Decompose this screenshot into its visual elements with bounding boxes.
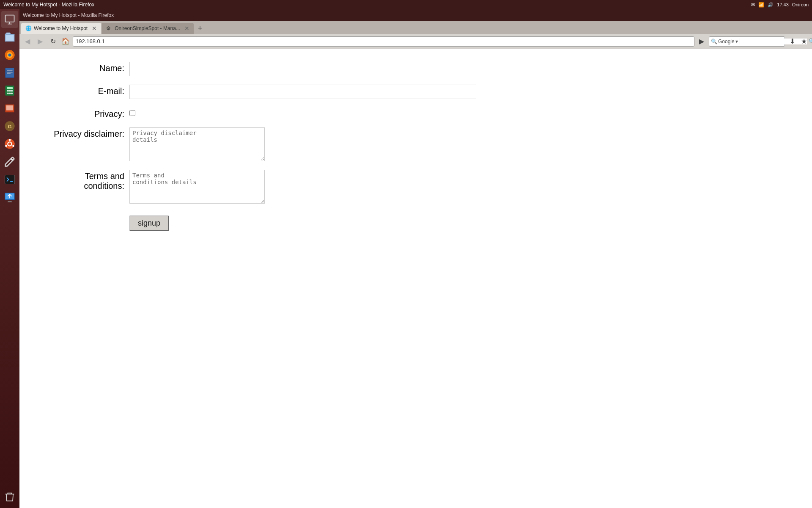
svg-rect-4 — [5, 68, 14, 77]
privacy-label: Privacy: — [36, 108, 129, 119]
name-row: Name: — [36, 62, 544, 76]
sidebar-item-firefox[interactable] — [1, 47, 18, 64]
user-label: Onireon — [792, 2, 809, 7]
privacy-disclaimer-textarea[interactable]: Privacy disclaimer details — [129, 127, 265, 161]
privacy-checkbox[interactable] — [129, 110, 135, 116]
privacy-disclaimer-label: Privacy disclaimer: — [36, 127, 129, 139]
svg-rect-12 — [11, 90, 13, 92]
svg-rect-7 — [7, 73, 11, 74]
tab-label-admin: OnireonSimpleSpot - Mana... — [115, 25, 180, 31]
tab-welcome[interactable]: 🌐 Welcome to My Hotspot ✕ — [21, 23, 101, 34]
sidebar: G — [0, 9, 19, 508]
svg-rect-11 — [9, 90, 11, 92]
svg-point-23 — [5, 145, 7, 147]
sidebar-item-ubuntu[interactable] — [1, 135, 18, 152]
search-engine-logo: 🔍 — [711, 39, 717, 44]
svg-rect-9 — [7, 87, 13, 89]
sidebar-item-calc[interactable] — [1, 82, 18, 99]
os-title: Welcome to My Hotspot - Mozilla Firefox — [3, 2, 94, 8]
email-input[interactable] — [129, 85, 476, 99]
browser-title: Welcome to My Hotspot - Mozilla Firefox — [23, 12, 114, 18]
browser-window: Welcome to My Hotspot - Mozilla Firefox … — [19, 9, 812, 508]
sidebar-item-impress[interactable] — [1, 100, 18, 117]
os-titlebar: Welcome to My Hotspot - Mozilla Firefox … — [0, 0, 812, 9]
address-bar[interactable] — [73, 36, 694, 47]
bookmarks-button[interactable]: ★ — [798, 36, 809, 47]
email-row: E-mail: — [36, 85, 544, 99]
svg-rect-17 — [6, 105, 13, 110]
tab-bar: 🌐 Welcome to My Hotspot ✕ ⚙ OnireonSimpl… — [19, 21, 812, 34]
terms-label: Terms andconditions: — [36, 170, 129, 191]
search-bar: 🔍 Google ▾ 🔍 — [709, 36, 785, 47]
home-button[interactable]: 🏠 — [60, 36, 71, 47]
signup-row: signup — [36, 212, 544, 231]
tab-favicon-admin: ⚙ — [106, 25, 112, 31]
svg-rect-5 — [7, 70, 13, 71]
back-button[interactable]: ◀ — [22, 36, 33, 47]
volume-icon: 🔊 — [768, 2, 774, 8]
svg-rect-15 — [11, 93, 13, 94]
email-label: E-mail: — [36, 85, 129, 96]
svg-rect-14 — [9, 93, 11, 94]
svg-rect-13 — [7, 93, 9, 94]
svg-point-24 — [12, 145, 14, 147]
clock: 17:43 — [777, 2, 789, 7]
browser-titlebar: Welcome to My Hotspot - Mozilla Firefox — [19, 9, 812, 21]
svg-text:G: G — [8, 124, 11, 129]
sidebar-item-trash[interactable] — [1, 489, 18, 505]
privacy-disclaimer-row: Privacy disclaimer: Privacy disclaimer d… — [36, 127, 544, 161]
tab-close-admin[interactable]: ✕ — [184, 25, 189, 32]
search-engine-selector[interactable]: 🔍 Google ▾ — [709, 39, 740, 44]
sidebar-item-terminal[interactable] — [1, 171, 18, 188]
search-dropdown-icon: ▾ — [735, 39, 738, 44]
forward-button[interactable]: ▶ — [35, 36, 46, 47]
svg-point-3 — [8, 54, 11, 57]
email-icon: ✉ — [751, 2, 755, 8]
signup-form: Name: E-mail: Privacy: Privacy disclaime… — [36, 62, 544, 231]
tab-add-button[interactable]: + — [195, 23, 206, 34]
tab-label-welcome: Welcome to My Hotspot — [34, 25, 88, 31]
reload-button[interactable]: ↻ — [47, 36, 58, 47]
terms-textarea[interactable]: Terms and conditions details — [129, 170, 265, 204]
sidebar-item-gimp[interactable]: G — [1, 118, 18, 135]
search-engine-label: Google — [718, 39, 735, 44]
sidebar-item-remmina[interactable] — [1, 189, 18, 206]
nav-bar: ◀ ▶ ↻ 🏠 ▶ 🔍 Google ▾ 🔍 ⬇ ★ — [19, 34, 812, 49]
page-content: Name: E-mail: Privacy: Privacy disclaime… — [19, 49, 812, 508]
sidebar-item-writer[interactable] — [1, 64, 18, 81]
downloads-button[interactable]: ⬇ — [787, 36, 798, 47]
name-label: Name: — [36, 62, 129, 73]
nav-extra-buttons: ⬇ ★ — [787, 36, 809, 47]
svg-rect-27 — [8, 201, 11, 202]
svg-point-22 — [9, 139, 11, 141]
sidebar-item-edit[interactable] — [1, 153, 18, 170]
signup-button[interactable]: signup — [129, 215, 169, 231]
svg-rect-25 — [5, 175, 14, 184]
privacy-row: Privacy: — [36, 108, 544, 119]
sidebar-item-system[interactable] — [1, 11, 18, 28]
network-icon: 📶 — [758, 2, 764, 8]
tab-close-welcome[interactable]: ✕ — [92, 25, 97, 32]
tab-favicon-welcome: 🌐 — [25, 25, 31, 31]
svg-rect-6 — [7, 72, 13, 73]
terms-row: Terms andconditions: Terms and condition… — [36, 170, 544, 204]
svg-rect-0 — [5, 15, 14, 22]
name-input[interactable] — [129, 62, 476, 76]
address-go-button[interactable]: ▶ — [696, 36, 707, 47]
sidebar-item-files[interactable] — [1, 29, 18, 46]
tab-admin[interactable]: ⚙ OnireonSimpleSpot - Mana... ✕ — [102, 23, 194, 34]
svg-rect-10 — [7, 90, 9, 92]
